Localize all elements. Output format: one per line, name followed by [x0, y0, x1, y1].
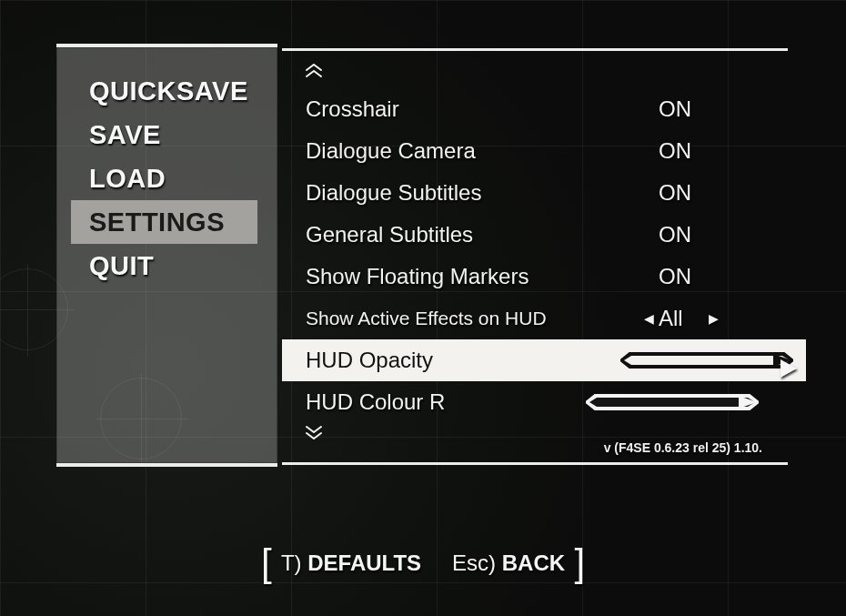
menu-item-load[interactable]: LOAD — [56, 157, 277, 200]
scroll-down-icon[interactable] — [300, 425, 770, 440]
setting-row-dialogue-subtitles[interactable]: Dialogue Subtitles ON — [300, 172, 770, 214]
settings-panel: Crosshair ON Dialogue Camera ON Dialogue… — [282, 48, 788, 465]
setting-value[interactable]: ON — [608, 138, 762, 164]
hint-defaults[interactable]: T) DEFAULTS — [281, 550, 421, 576]
version-text: v (F4SE 0.6.23 rel 25) 1.10. — [604, 440, 762, 455]
menu-item-save[interactable]: SAVE — [56, 113, 277, 157]
setting-row-crosshair[interactable]: Crosshair ON — [300, 88, 770, 130]
triangle-left-icon[interactable]: ◀ — [644, 311, 654, 326]
setting-label: Dialogue Subtitles — [306, 180, 608, 206]
setting-row-general-subtitles[interactable]: General Subtitles ON — [300, 214, 770, 256]
setting-label: HUD Colour R — [306, 389, 580, 415]
scroll-up-icon[interactable] — [300, 64, 770, 79]
setting-row-dialogue-camera[interactable]: Dialogue Camera ON — [300, 130, 770, 172]
svg-marker-4 — [589, 398, 755, 407]
setting-value[interactable]: ON — [608, 180, 762, 206]
triangle-right-icon[interactable]: ▶ — [709, 311, 719, 326]
menu-item-quicksave[interactable]: QUICKSAVE — [56, 69, 277, 113]
hint-action: BACK — [502, 550, 565, 575]
setting-label: Crosshair — [306, 96, 608, 122]
setting-label: Show Active Effects on HUD — [306, 308, 608, 329]
slider-hud-opacity[interactable] — [615, 351, 797, 369]
slider-hud-colour-r[interactable] — [580, 393, 762, 411]
setting-row-hud-colour-r[interactable]: HUD Colour R — [300, 381, 770, 423]
setting-label: General Subtitles — [306, 222, 608, 247]
menu-item-settings[interactable]: SETTINGS — [71, 200, 257, 244]
setting-value[interactable]: ON — [608, 96, 762, 122]
hint-key: Esc) — [452, 550, 496, 575]
hint-action: DEFAULTS — [307, 550, 421, 575]
setting-label: Dialogue Camera — [306, 138, 608, 164]
setting-row-active-effects[interactable]: Show Active Effects on HUD ◀ All ▶ — [300, 298, 770, 339]
hint-back[interactable]: Esc) BACK — [452, 550, 565, 576]
hint-key: T) — [281, 550, 302, 575]
setting-value[interactable]: ON — [608, 222, 762, 247]
menu-item-quit[interactable]: QUIT — [56, 244, 277, 288]
setting-row-hud-opacity[interactable]: HUD Opacity — [282, 339, 806, 381]
key-hints-bar: T) DEFAULTS Esc) BACK — [268, 545, 578, 581]
cursor-right-icon — [781, 359, 797, 378]
setting-value[interactable]: ◀ All ▶ — [608, 306, 762, 331]
setting-value[interactable]: ON — [608, 264, 762, 289]
setting-label: Show Floating Markers — [306, 264, 608, 289]
svg-marker-1 — [624, 356, 790, 365]
pause-menu-panel: QUICKSAVE SAVE LOAD SETTINGS QUIT — [56, 44, 277, 467]
setting-row-floating-markers[interactable]: Show Floating Markers ON — [300, 256, 770, 298]
setting-label: HUD Opacity — [306, 348, 615, 373]
setting-value-text: All — [659, 306, 683, 330]
